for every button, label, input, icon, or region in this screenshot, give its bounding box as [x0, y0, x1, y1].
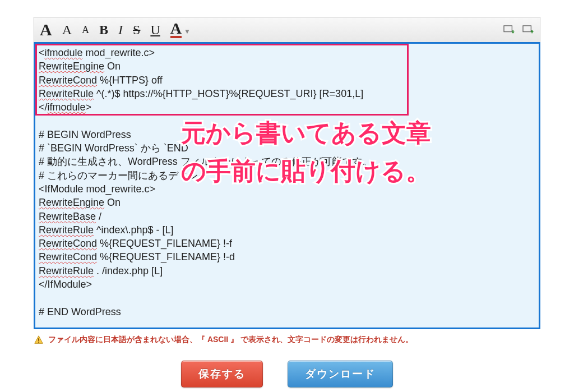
italic-button[interactable]: I [118, 22, 123, 38]
toolbar-left-group: A A A B I S U A ▼ [40, 20, 191, 39]
editor-container: <ifmodule mod_rewrite.c> RewriteEngine O… [34, 42, 540, 329]
save-button[interactable]: 保存する [181, 361, 263, 388]
svg-rect-0 [38, 338, 39, 341]
warning-message: ファイル内容に日本語が含まれない場合、『 ASCII 』 で表示され、文字コード… [34, 335, 540, 345]
text-color-button[interactable]: A ▼ [170, 21, 191, 38]
chevron-down-icon: ▼ [184, 27, 191, 36]
strikethrough-button[interactable]: S [133, 22, 140, 38]
text-color-letter: A [170, 21, 182, 38]
export-icon[interactable] [522, 25, 534, 35]
font-size-medium-button[interactable]: A [62, 22, 72, 38]
warning-icon [34, 335, 44, 345]
font-size-large-button[interactable]: A [40, 20, 52, 39]
underline-button[interactable]: U [150, 22, 160, 38]
font-size-small-button[interactable]: A [82, 24, 89, 36]
svg-rect-1 [38, 342, 39, 343]
bold-button[interactable]: B [99, 22, 108, 38]
toolbar-right-group [503, 25, 534, 35]
code-editor[interactable]: <ifmodule mod_rewrite.c> RewriteEngine O… [35, 44, 539, 328]
import-icon[interactable] [503, 25, 515, 35]
button-row: 保存する ダウンロード [34, 361, 540, 388]
download-button[interactable]: ダウンロード [288, 361, 393, 388]
editor-toolbar: A A A B I S U A ▼ [34, 17, 540, 42]
warning-text: ファイル内容に日本語が含まれない場合、『 ASCII 』 で表示され、文字コード… [48, 335, 413, 345]
